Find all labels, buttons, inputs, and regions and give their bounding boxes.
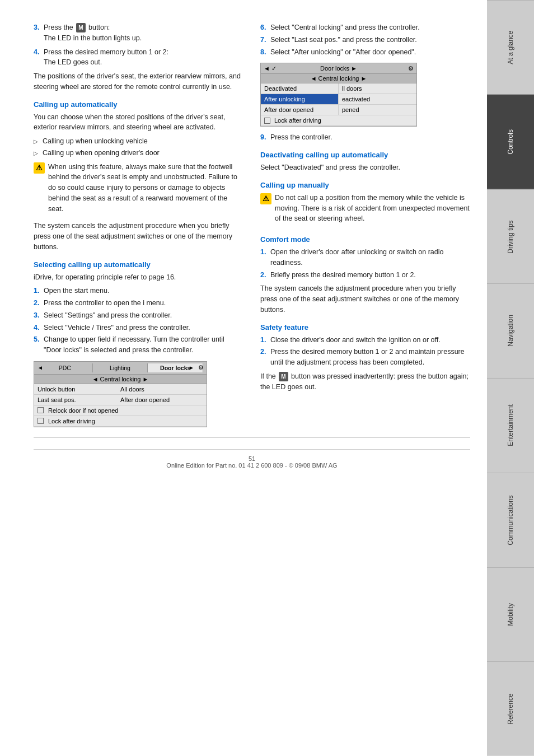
menu2-row-3: After door opened pened — [261, 105, 416, 115]
menu1-left-arrow: ◄ — [38, 365, 43, 371]
deactivating-heading: Deactivating calling up automatically — [260, 151, 470, 159]
step4-detail: The positions of the driver's seat, the … — [34, 71, 243, 92]
step-8: 8. Select "After unlocking" or "After do… — [260, 47, 470, 58]
safety-step-1: 1. Close the driver's door and switch th… — [260, 335, 470, 346]
footer-text: Online Edition for Part no. 01 41 2 600 … — [166, 462, 337, 469]
menu1-row-3: Relock door if not opened — [34, 405, 207, 416]
idrive-menu-1: ◄ PDC Lighting Door locks ► ⚙ ◄ Central … — [34, 361, 207, 427]
comfort-step-2: 2. Briefly press the desired memory butt… — [260, 270, 470, 281]
comfort-step-1: 1. Open the driver's door after unlockin… — [260, 247, 470, 268]
step-2: 2. Press the controller to open the i me… — [34, 298, 243, 309]
warning-text-1: When using this feature, always make sur… — [48, 162, 243, 214]
menu1-subheader: ◄ Central locking ► — [34, 375, 207, 384]
menu2-row-2: After unlocking eactivated — [261, 94, 416, 105]
checkbox-1[interactable] — [38, 407, 44, 413]
checkbox-2[interactable] — [38, 418, 44, 424]
step-1: 1. Open the start menu. — [34, 286, 243, 296]
warning-box-1: ⚠ When using this feature, always make s… — [34, 162, 243, 218]
sidebar-tab-entertainment[interactable]: Entertainment — [487, 378, 534, 473]
selecting-heading: Selecting calling up automatically — [34, 260, 243, 269]
step-9-list: 9. Press the controller. — [260, 132, 470, 143]
idrive-menu-2: ◄ ✓ Door locks ► ⚙ ◄ Central locking ► D… — [260, 63, 417, 127]
menu2-cell-2-1: After unlocking — [261, 94, 339, 104]
sidebar: At a glance Controls Driving tips Naviga… — [487, 0, 534, 756]
step-4: 4. Press the desired memory button 1 or … — [34, 47, 243, 68]
sidebar-tab-communications[interactable]: Communications — [487, 473, 534, 567]
step-3: 3. Press the M button: The LED in the bu… — [34, 22, 243, 44]
sidebar-tab-controls[interactable]: Controls — [487, 95, 534, 189]
tab-doorlocks[interactable]: Door locks — [148, 363, 203, 372]
calling-manually-heading: Calling up manually — [260, 181, 470, 189]
menu1-header: ◄ PDC Lighting Door locks ► ⚙ — [34, 362, 207, 375]
calling-up-heading: Calling up automatically — [34, 100, 243, 109]
right-column: 6. Select "Central locking" and press th… — [260, 22, 470, 433]
sidebar-tab-driving-tips[interactable]: Driving tips — [487, 189, 534, 284]
system-note: The system cancels the adjustment proced… — [34, 221, 243, 252]
calling-up-intro: You can choose when the stored positions… — [34, 112, 243, 133]
safety-note: If the M button was pressed inadvertentl… — [260, 371, 470, 393]
warning-icon-1: ⚠ — [34, 162, 45, 174]
menu2-cell-3-1: After door opened — [261, 105, 339, 115]
menu2-checkbox-row: Lock after driving — [261, 115, 416, 126]
sidebar-tab-navigation[interactable]: Navigation — [487, 283, 534, 378]
step-4b: 4. Select "Vehicle / Tires" and press th… — [34, 323, 243, 333]
comfort-steps: 1. Open the driver's door after unlockin… — [260, 247, 470, 280]
menu2-cell-1-2: ll doors — [339, 83, 416, 94]
menu1-settings-icon: ⚙ — [198, 364, 204, 371]
menu2-header: ◄ ✓ Door locks ► ⚙ — [261, 63, 416, 74]
page-number: 51 — [249, 455, 255, 462]
bullet-item-2: Calling up when opening driver's door — [34, 148, 243, 158]
step-3b: 3. Select "Settings" and press the contr… — [34, 310, 243, 321]
menu2-cell-2-2: eactivated — [339, 94, 416, 104]
step-7: 7. Select "Last seat pos." and press the… — [260, 35, 470, 45]
warning-icon-2: ⚠ — [260, 193, 271, 204]
menu2-left: ◄ ✓ — [264, 65, 277, 72]
sidebar-tab-mobility[interactable]: Mobility — [487, 567, 534, 662]
tab-pdc[interactable]: PDC — [38, 363, 93, 372]
menu2-cell-1-1: Deactivated — [261, 83, 339, 94]
deactivating-text: Select "Deactivated" and press the contr… — [260, 162, 470, 173]
menu2-row-1: Deactivated ll doors — [261, 83, 416, 94]
sidebar-tab-at-a-glance[interactable]: At a glance — [487, 0, 534, 95]
steps-6-8: 6. Select "Central locking" and press th… — [260, 22, 470, 57]
safety-heading: Safety feature — [260, 323, 470, 332]
sidebar-tab-reference[interactable]: Reference — [487, 661, 534, 756]
menu2-subheader: ◄ Central locking ► — [261, 74, 416, 83]
step-6: 6. Select "Central locking" and press th… — [260, 22, 470, 33]
menu1-right-arrow: ► — [189, 365, 194, 371]
calling-manually-warning: Do not call up a position from the memor… — [275, 193, 470, 224]
menu1-row-2: Last seat pos. After door opened — [34, 395, 207, 405]
page-footer: 51 Online Edition for Part no. 01 41 2 6… — [34, 449, 470, 474]
tab-lighting[interactable]: Lighting — [93, 363, 148, 372]
m-button-inline: M — [76, 23, 85, 32]
m-button-safety: M — [279, 372, 288, 381]
menu1-row-1: Unlock button All doors — [34, 384, 207, 395]
menu2-settings: ⚙ — [408, 65, 414, 72]
warning-box-2: ⚠ Do not call up a position from the mem… — [260, 193, 470, 227]
safety-steps: 1. Close the driver's door and switch th… — [260, 335, 470, 368]
menu1-row-4: Lock after driving — [34, 416, 207, 427]
calling-up-bullets: Calling up when unlocking vehicle Callin… — [34, 136, 243, 158]
steps-list: 1. Open the start menu. 2. Press the con… — [34, 286, 243, 356]
comfort-note: The system cancels the adjustment proced… — [260, 283, 470, 315]
idrive-note: iDrive, for operating principle refer to… — [34, 272, 243, 283]
checkbox-3[interactable] — [264, 118, 270, 124]
bullet-item-1: Calling up when unlocking vehicle — [34, 136, 243, 147]
safety-step-2: 2. Press the desired memory button 1 or … — [260, 347, 470, 368]
left-column: 3. Press the M button: The LED in the bu… — [34, 22, 243, 433]
step-5: 5. Change to upper field if necessary. T… — [34, 334, 243, 356]
menu2-cell-3-2: pened — [339, 105, 416, 115]
comfort-heading: Comfort mode — [260, 235, 470, 244]
step-9: 9. Press the controller. — [260, 132, 470, 143]
menu2-title: Door locks ► — [320, 65, 357, 72]
footer-divider — [34, 437, 470, 438]
